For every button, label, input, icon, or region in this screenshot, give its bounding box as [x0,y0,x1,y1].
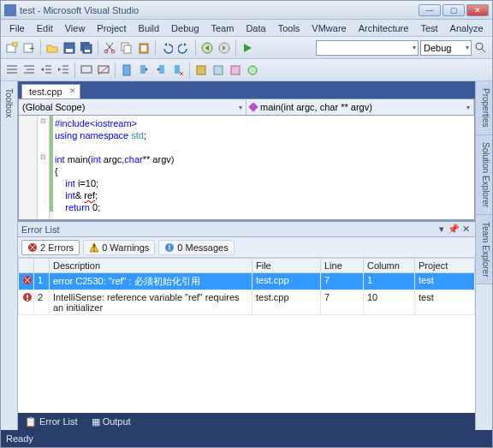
tab-testcpp[interactable]: test.cpp ✕ [21,84,80,99]
menu-bar: File Edit View Project Build Debug Team … [1,20,492,37]
svg-rect-18 [81,66,92,73]
outdent-icon[interactable] [21,63,37,78]
svg-rect-21 [140,65,146,74]
svg-rect-22 [159,65,164,74]
svg-point-17 [476,43,483,50]
document-tabs: test.cpp ✕ [18,81,475,99]
maximize-button[interactable]: ▢ [443,4,465,16]
info-icon: i [164,242,175,253]
redo-icon[interactable] [176,40,192,56]
undo-icon[interactable] [159,40,175,56]
error-icon [27,242,38,253]
col-file[interactable]: File [252,259,321,273]
scope-combo[interactable]: (Global Scope) [19,99,246,115]
svg-rect-23 [175,65,180,74]
col-desc[interactable]: Description [50,259,252,273]
solution-explorer-tab[interactable]: Solution Explorer [476,135,492,215]
menu-build[interactable]: Build [134,21,164,35]
comment-icon[interactable] [79,63,94,78]
copy-icon[interactable] [119,40,134,56]
menu-test[interactable]: Test [415,21,443,35]
col-col[interactable]: Column [364,259,415,273]
code-editor[interactable]: ⊟ ⊟ #include<iostream>using namespace st… [18,116,475,220]
nav-bar: (Global Scope) main(int argc, char ** ar… [18,99,475,116]
menu-architecture[interactable]: Architecture [353,21,414,35]
col-icon[interactable] [19,259,34,273]
start-debug-icon[interactable] [240,40,255,56]
menu-debug[interactable]: Debug [166,21,204,35]
status-bar: Ready [1,430,492,447]
svg-rect-34 [27,295,28,298]
close-button[interactable]: ✕ [466,4,489,16]
menu-data[interactable]: Data [241,21,270,35]
panel-pin-icon[interactable]: 📌 [448,224,460,235]
indent-more-icon[interactable] [39,63,54,78]
svg-text:+: + [29,43,34,53]
col-line[interactable]: Line [321,259,364,273]
save-icon[interactable] [62,40,77,56]
menu-vmware[interactable]: VMware [306,21,351,35]
cut-icon[interactable] [102,40,117,56]
svg-rect-20 [123,65,130,75]
tb-misc4-icon[interactable] [245,63,260,78]
bookmark-clear-icon[interactable] [170,63,186,78]
output-icon: ▦ [92,416,100,427]
indent-icon[interactable] [4,63,20,78]
paste-icon[interactable] [136,40,151,56]
status-text: Ready [6,433,33,444]
warning-icon: ! [89,242,99,253]
window-title: test - Microsoft Visual Studio [20,5,419,15]
filter-errors[interactable]: 2 Errors [21,240,80,255]
tb-misc3-icon[interactable] [228,63,243,78]
bookmark-icon[interactable] [119,63,134,78]
properties-tab[interactable]: Properties [476,81,492,135]
function-combo[interactable]: main(int argc, char ** argv) [246,99,474,115]
find-icon[interactable] [473,40,489,56]
config-combo[interactable]: Debug [420,40,472,56]
panel-menu-icon[interactable]: ▾ [436,224,448,235]
tb-misc2-icon[interactable] [211,63,226,78]
filter-messages[interactable]: i 0 Messages [158,240,234,255]
menu-project[interactable]: Project [92,21,131,35]
svg-rect-26 [231,66,240,75]
nav-back-icon[interactable] [199,40,215,56]
menu-file[interactable]: File [4,21,30,35]
bookmark-prev-icon[interactable] [136,63,151,78]
minimize-button[interactable]: — [419,4,441,16]
uncomment-icon[interactable] [96,63,111,78]
error-grid[interactable]: Description File Line Column Project 1er… [18,258,475,413]
menu-view[interactable]: View [60,21,91,35]
col-num[interactable] [34,259,50,273]
open-icon[interactable] [45,40,60,56]
code-area[interactable]: #include<iostream>using namespace std;in… [53,116,474,219]
right-rail: Properties Solution Explorer Team Explor… [475,81,492,430]
tb-misc1-icon[interactable] [193,63,209,78]
nav-fwd-icon[interactable] [217,40,232,56]
tab-close-icon[interactable]: ✕ [69,87,76,95]
error-row[interactable]: 2IntelliSense: reference variable "ref" … [19,290,475,315]
bottom-tab-output[interactable]: ▦ Output [88,415,134,429]
new-project-icon[interactable] [4,40,20,56]
svg-text:!: ! [93,242,96,253]
filter-warnings[interactable]: ! 0 Warnings [83,240,155,255]
toolbox-tab[interactable]: Toolbox [4,85,14,121]
menu-team[interactable]: Team [206,21,240,35]
col-proj[interactable]: Project [415,259,475,273]
panel-close-icon[interactable]: ✕ [460,224,472,235]
bottom-tab-errorlist[interactable]: 📋 Error List [21,415,81,429]
error-list-title: Error List [21,224,60,235]
tab-label: test.cpp [29,87,62,97]
error-row[interactable]: 1error C2530: "ref" : 必须初始化引用test.cpp71t… [19,273,475,290]
app-icon [4,4,16,16]
menu-edit[interactable]: Edit [32,21,58,35]
bookmark-next-icon[interactable] [153,63,169,78]
error-list-icon: 📋 [25,416,37,427]
line-gutter [19,116,38,219]
add-item-icon[interactable]: + [21,40,37,56]
platform-combo[interactable] [316,40,419,56]
menu-analyze[interactable]: Analyze [445,21,489,35]
indent-less-icon[interactable] [56,63,71,78]
team-explorer-tab[interactable]: Team Explorer [476,215,492,284]
menu-tools[interactable]: Tools [273,21,306,35]
save-all-icon[interactable] [79,40,94,56]
